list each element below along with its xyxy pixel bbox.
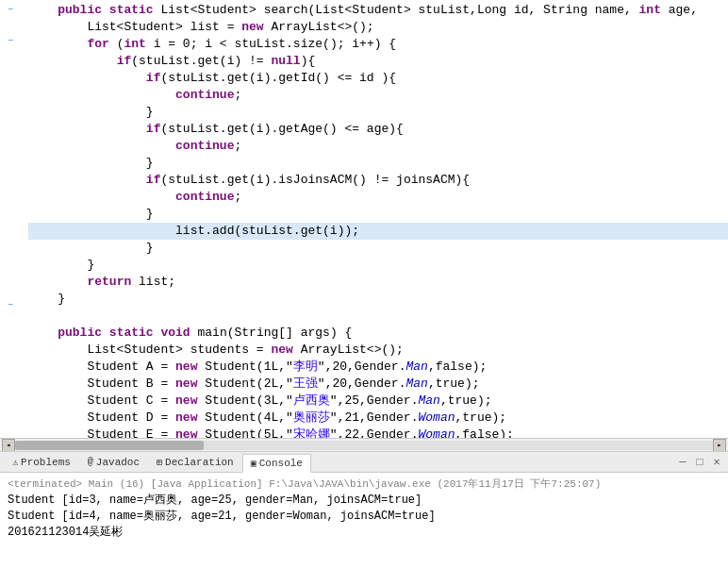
code-lines[interactable]: public static List<Student> search(List<… [21,0,728,438]
code-line: } [28,155,728,172]
code-line: if(stuList.get(i).isJoinsACM() != joinsA… [28,172,728,189]
declaration-icon: ⊞ [157,457,162,468]
bottom-panel: ⚠ Problems @ Javadoc ⊞ Declaration ▣ Con… [0,451,728,586]
scroll-right-arrow[interactable]: ▸ [713,439,726,452]
code-line: Student B = new Student(2L,"王强",20,Gende… [28,376,728,393]
gutter-cell [0,267,21,283]
code-line: } [28,257,728,274]
console-terminated-line: <terminated> Main (16) [Java Application… [8,477,720,493]
minimize-button[interactable]: — [675,455,690,470]
gutter-cell [0,142,21,159]
code-line: } [28,206,728,223]
gutter-cell [0,282,21,298]
code-line: public static List<Student> search(List<… [28,2,728,19]
gutter-cell [0,313,21,329]
collapse-icon[interactable]: − [8,36,13,46]
collapse-icon[interactable]: − [8,300,13,310]
code-line: list.add(stuList.get(i)); [28,223,728,240]
gutter-cell [0,158,21,174]
code-line: if(stuList.get(i).getAge() <= age){ [28,121,728,138]
gutter-cell [0,80,21,96]
code-line [28,308,728,325]
gutter-cell [0,205,21,221]
code-editor: −−− public static List<Student> search(L… [0,0,728,451]
horizontal-scrollbar[interactable]: ◂ ▸ [0,438,728,451]
gutter-cell [0,236,21,252]
line-gutter: −−− [0,0,21,438]
code-line: } [28,240,728,257]
tab-javadoc-label: Javadoc [96,457,140,468]
code-line: Student E = new Student(5L,"宋哈娜",22,Gend… [28,427,728,438]
tab-problems[interactable]: ⚠ Problems [4,453,79,472]
gutter-cell [0,95,21,111]
scrollbar-track[interactable] [15,441,713,450]
gutter-cell [0,126,21,142]
code-content: −−− public static List<Student> search(L… [0,0,728,438]
console-output: <terminated> Main (16) [Java Application… [0,473,728,586]
code-line: List<Student> students = new ArrayList<>… [28,342,728,359]
javadoc-icon: @ [88,457,93,467]
code-line: return list; [28,274,728,291]
gutter-cell [0,111,21,127]
code-line: List<Student> list = new ArrayList<>(); [28,19,728,36]
gutter-cell [0,18,21,34]
scrollbar-thumb[interactable] [15,441,204,450]
collapse-icon[interactable]: − [8,5,13,15]
code-line: Student A = new Student(1L,"李明",20,Gende… [28,359,728,376]
gutter-cell[interactable]: − [0,33,21,49]
gutter-cell [0,64,21,80]
gutter-cell[interactable]: − [0,298,21,314]
tab-problems-label: Problems [21,457,71,468]
gutter-cell [0,174,21,190]
code-line: if(stuList.get(i) != null){ [28,53,728,70]
console-output-line-3: 201621123014吴延彬 [8,525,720,541]
tab-console[interactable]: ▣ Console [242,454,311,473]
problems-icon: ⚠ [12,457,18,468]
console-icon: ▣ [251,458,256,469]
code-line: continue; [28,189,728,206]
gutter-cell [0,329,21,345]
code-line: if(stuList.get(i).getId() <= id ){ [28,70,728,87]
code-line: continue; [28,87,728,104]
gutter-cell [0,423,21,439]
code-line: continue; [28,138,728,155]
code-line: for (int i = 0; i < stuList.size(); i++)… [28,36,728,53]
gutter-cell [0,251,21,267]
scroll-left-arrow[interactable]: ◂ [2,439,15,452]
tab-javadoc[interactable]: @ Javadoc [79,453,148,472]
gutter-cell [0,376,21,392]
close-button[interactable]: ✕ [709,455,724,470]
tab-declaration[interactable]: ⊞ Declaration [148,453,242,472]
tab-declaration-label: Declaration [165,457,234,468]
tab-console-label: Console [259,458,303,469]
gutter-cell [0,49,21,65]
gutter-cell [0,220,21,236]
gutter-cell[interactable]: − [0,2,21,18]
console-output-line-2: Student [id=4, name=奥丽莎, age=21, gender=… [8,509,720,525]
tabs-bar: ⚠ Problems @ Javadoc ⊞ Declaration ▣ Con… [0,452,728,473]
code-line: public static void main(String[] args) { [28,325,728,342]
gutter-cell [0,392,21,408]
gutter-cell [0,189,21,205]
gutter-cell [0,344,21,360]
gutter-cell [0,407,21,423]
code-line: Student C = new Student(3L,"卢西奥",25,Gend… [28,393,728,410]
console-output-line-1: Student [id=3, name=卢西奥, age=25, gender=… [8,493,720,509]
code-line: } [28,104,728,121]
code-line: Student D = new Student(4L,"奥丽莎",21,Gend… [28,410,728,427]
code-line: } [28,291,728,308]
tab-actions: — □ ✕ [675,455,724,470]
gutter-cell [0,360,21,377]
maximize-button[interactable]: □ [692,455,707,470]
